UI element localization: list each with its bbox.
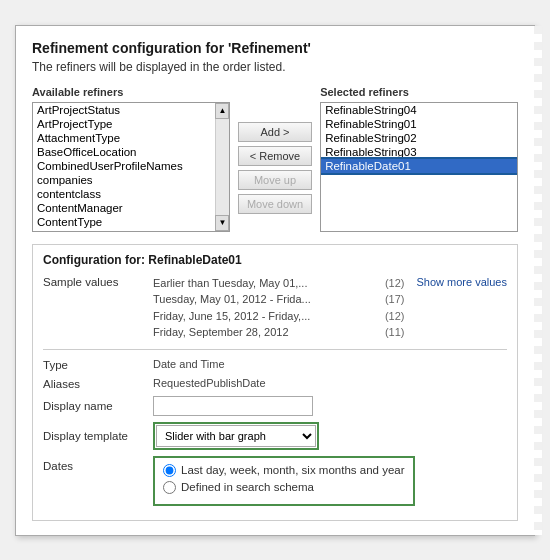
divider-1 <box>43 349 507 350</box>
scroll-down-arrow[interactable]: ▼ <box>215 215 229 231</box>
list-item[interactable]: BaseOfficeLocation <box>33 145 215 159</box>
list-item[interactable]: ContentType <box>33 215 215 229</box>
sample-count: (17) <box>385 291 405 308</box>
list-item[interactable]: RefinableString01 <box>321 117 517 131</box>
add-button[interactable]: Add > <box>238 122 312 142</box>
dates-radio-1[interactable] <box>163 464 176 477</box>
dates-radio-2[interactable] <box>163 481 176 494</box>
sample-text: Tuesday, May 01, 2012 - Frida... <box>153 291 311 308</box>
sample-count: (11) <box>385 324 405 341</box>
remove-button[interactable]: < Remove <box>238 146 312 166</box>
sample-line-4: Friday, September 28, 2012 (11) <box>153 324 405 341</box>
sample-values-content: Earlier than Tuesday, May 01,... (12) Tu… <box>153 275 405 341</box>
action-buttons-col: Add > < Remove Move up Move down <box>238 86 312 232</box>
available-refiners-col: Available refiners ArtProjectStatus ArtP… <box>32 86 230 232</box>
display-name-row: Display name <box>43 396 507 416</box>
available-refiners-label: Available refiners <box>32 86 230 98</box>
type-label: Type <box>43 358 153 371</box>
show-more-container: Show more values <box>405 275 508 341</box>
sample-line-2: Tuesday, May 01, 2012 - Frida... (17) <box>153 291 405 308</box>
aliases-value: RequestedPublishDate <box>153 377 507 389</box>
sample-text: Friday, June 15, 2012 - Friday,... <box>153 308 310 325</box>
list-item[interactable]: RefinableString04 <box>321 103 517 117</box>
scroll-track[interactable] <box>216 119 229 215</box>
config-section: Configuration for: RefinableDate01 Sampl… <box>32 244 518 521</box>
list-item[interactable]: contentclass <box>33 187 215 201</box>
dates-group: Last day, week, month, six months and ye… <box>153 456 415 506</box>
selected-refiners-col: Selected refiners RefinableString04 Refi… <box>320 86 518 232</box>
list-item[interactable]: companies <box>33 173 215 187</box>
list-item[interactable]: RefinableString03 <box>321 145 517 159</box>
sample-text: Earlier than Tuesday, May 01,... <box>153 275 307 292</box>
display-template-label: Display template <box>43 429 153 442</box>
dates-radio-row-1: Last day, week, month, six months and ye… <box>163 464 405 477</box>
sample-line-3: Friday, June 15, 2012 - Friday,... (12) <box>153 308 405 325</box>
refinement-config-dialog: Refinement configuration for 'Refinement… <box>15 25 535 536</box>
scrollbar[interactable]: ▲ ▼ <box>215 103 229 231</box>
sample-count: (12) <box>385 308 405 325</box>
list-item[interactable]: ArtProjectStatus <box>33 103 215 117</box>
list-item[interactable]: RefinableString02 <box>321 131 517 145</box>
selected-refiner-item[interactable]: RefinableDate01 <box>321 159 517 173</box>
config-title: Configuration for: RefinableDate01 <box>43 253 507 267</box>
show-more-link[interactable]: Show more values <box>417 276 508 288</box>
dates-row: Dates Last day, week, month, six months … <box>43 456 507 506</box>
dates-label: Dates <box>43 456 153 472</box>
list-item[interactable]: ArtProjectType <box>33 117 215 131</box>
refiners-section: Available refiners ArtProjectStatus ArtP… <box>32 86 518 232</box>
dates-radio-row-2: Defined in search schema <box>163 481 405 494</box>
sample-count: (12) <box>385 275 405 292</box>
dialog-subtitle: The refiners will be displayed in the or… <box>32 60 518 74</box>
selected-refiners-listbox[interactable]: RefinableString04 RefinableString01 Refi… <box>320 102 518 232</box>
display-name-label: Display name <box>43 399 153 412</box>
aliases-row: Aliases RequestedPublishDate <box>43 377 507 390</box>
sample-values-label: Sample values <box>43 275 153 341</box>
display-template-select[interactable]: Slider with bar graph Date range Multi-v… <box>156 425 316 447</box>
type-value: Date and Time <box>153 358 507 370</box>
sample-text: Friday, September 28, 2012 <box>153 324 289 341</box>
sample-line-1: Earlier than Tuesday, May 01,... (12) <box>153 275 405 292</box>
list-item[interactable]: CombinedUserProfileNames <box>33 159 215 173</box>
type-row: Type Date and Time <box>43 358 507 371</box>
display-template-row: Display template Slider with bar graph D… <box>43 422 507 450</box>
move-up-button[interactable]: Move up <box>238 170 312 190</box>
aliases-label: Aliases <box>43 377 153 390</box>
list-item[interactable]: AttachmentType <box>33 131 215 145</box>
list-item[interactable]: ContentTypeId <box>33 229 215 232</box>
selected-refiners-label: Selected refiners <box>320 86 518 98</box>
list-item[interactable]: ContentManager <box>33 201 215 215</box>
dates-radio-label-2: Defined in search schema <box>181 481 314 493</box>
dates-radio-label-1: Last day, week, month, six months and ye… <box>181 464 405 476</box>
dialog-title: Refinement configuration for 'Refinement… <box>32 40 518 56</box>
available-refiners-listbox[interactable]: ArtProjectStatus ArtProjectType Attachme… <box>32 102 230 232</box>
display-template-select-wrapper: Slider with bar graph Date range Multi-v… <box>153 422 319 450</box>
move-down-button[interactable]: Move down <box>238 194 312 214</box>
sample-values-row: Sample values Earlier than Tuesday, May … <box>43 275 507 341</box>
display-name-input[interactable] <box>153 396 313 416</box>
scroll-up-arrow[interactable]: ▲ <box>215 103 229 119</box>
